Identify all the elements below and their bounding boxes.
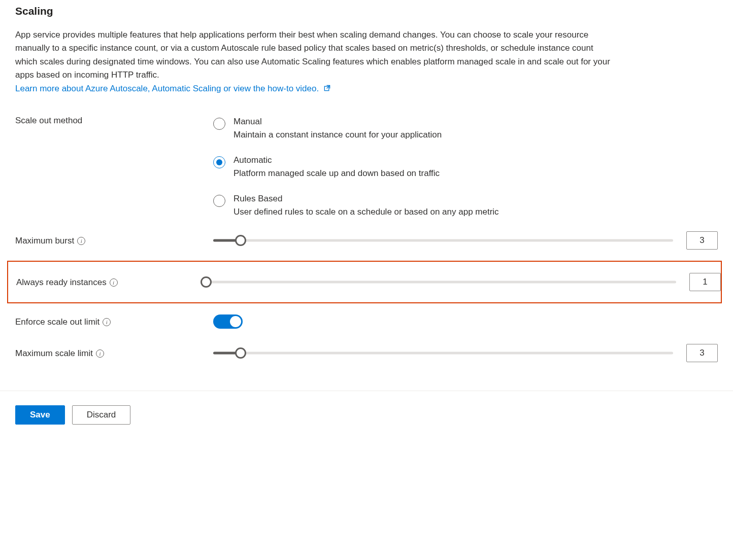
- radio-subtitle: Maintain a constant instance count for y…: [234, 130, 442, 140]
- scaling-description: App service provides multiple features t…: [15, 28, 614, 82]
- slider-track: [206, 281, 676, 284]
- always-ready-value[interactable]: 1: [689, 273, 721, 291]
- radio-subtitle: Platform managed scale up and down based…: [234, 168, 440, 179]
- radio-title: Manual: [234, 117, 442, 127]
- page-title: Scaling: [15, 5, 718, 17]
- radio-option-manual[interactable]: Manual Maintain a constant instance coun…: [213, 117, 718, 140]
- info-icon[interactable]: i: [77, 237, 85, 245]
- info-icon[interactable]: i: [96, 349, 104, 358]
- footer-divider: [0, 391, 733, 391]
- radio-texts: Manual Maintain a constant instance coun…: [234, 117, 442, 140]
- maximum-burst-label: Maximum burst: [15, 236, 74, 246]
- toggle-knob-icon: [230, 316, 241, 327]
- discard-button[interactable]: Discard: [72, 405, 131, 425]
- always-ready-slider[interactable]: [206, 276, 676, 288]
- radio-subtitle: User defined rules to scale on a schedul…: [234, 207, 499, 217]
- radio-texts: Automatic Platform managed scale up and …: [234, 155, 440, 179]
- radio-title: Rules Based: [234, 194, 499, 204]
- learn-more-text: Learn more about Azure Autoscale, Automa…: [15, 84, 319, 93]
- maximum-burst-slider[interactable]: [213, 235, 673, 246]
- always-ready-highlight: Always ready instances i 1: [7, 261, 722, 303]
- always-ready-label: Always ready instances: [16, 277, 107, 288]
- info-icon[interactable]: i: [110, 278, 118, 287]
- maximum-burst-value[interactable]: 3: [686, 231, 718, 250]
- maximum-scale-limit-label: Maximum scale limit: [15, 348, 93, 359]
- radio-option-rules-based[interactable]: Rules Based User defined rules to scale …: [213, 194, 718, 217]
- maximum-scale-limit-value[interactable]: 3: [686, 344, 718, 362]
- radio-icon: [213, 156, 225, 168]
- learn-more-link[interactable]: Learn more about Azure Autoscale, Automa…: [15, 84, 331, 93]
- radio-option-automatic[interactable]: Automatic Platform managed scale up and …: [213, 155, 718, 179]
- external-link-icon: [323, 84, 331, 94]
- info-icon[interactable]: i: [103, 318, 111, 326]
- scale-out-method-label: Scale out method: [15, 115, 213, 126]
- save-button[interactable]: Save: [15, 405, 65, 425]
- scale-out-method-group: Manual Maintain a constant instance coun…: [213, 115, 718, 217]
- slider-track: [213, 352, 673, 355]
- enforce-scale-out-limit-toggle[interactable]: [213, 314, 243, 329]
- slider-thumb-icon[interactable]: [235, 347, 246, 359]
- radio-title: Automatic: [234, 155, 440, 165]
- enforce-scale-out-limit-label: Enforce scale out limit: [15, 317, 99, 327]
- radio-texts: Rules Based User defined rules to scale …: [234, 194, 499, 217]
- maximum-scale-limit-slider[interactable]: [213, 347, 673, 359]
- radio-dot-icon: [216, 159, 222, 165]
- slider-thumb-icon[interactable]: [235, 235, 246, 246]
- radio-icon: [213, 118, 225, 130]
- slider-track: [213, 239, 673, 242]
- radio-icon: [213, 195, 225, 207]
- slider-thumb-icon[interactable]: [201, 276, 212, 288]
